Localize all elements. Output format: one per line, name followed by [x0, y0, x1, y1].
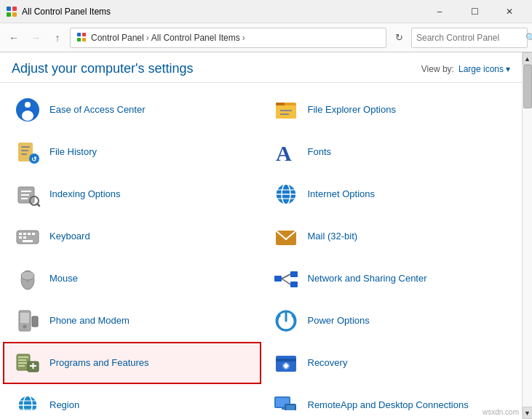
svg-text:↺: ↺	[31, 156, 37, 163]
mail-label: Mail (32-bit)	[308, 231, 358, 243]
cp-item-mouse[interactable]: Mouse	[3, 258, 261, 300]
scroll-down-button[interactable]: ▼	[523, 407, 533, 419]
svg-rect-19	[21, 153, 27, 155]
svg-rect-7	[82, 38, 86, 41]
power-options-icon	[271, 306, 301, 335]
maximize-button[interactable]: ☐	[458, 1, 491, 23]
internet-options-label: Internet Options	[308, 188, 376, 201]
svg-rect-62	[18, 365, 25, 367]
view-by-label: View by:	[421, 64, 454, 74]
svg-rect-42	[23, 240, 33, 242]
forward-button[interactable]: →	[26, 28, 45, 47]
svg-rect-77	[282, 407, 285, 410]
ease-of-access-label: Ease of Access Center	[49, 104, 146, 116]
svg-rect-13	[276, 103, 285, 105]
scrollbar-thumb[interactable]	[523, 65, 532, 108]
cp-item-file-explorer-options[interactable]: File Explorer Options	[261, 89, 520, 131]
svg-rect-41	[23, 236, 26, 239]
svg-rect-67	[276, 359, 296, 362]
cp-item-mail[interactable]: Mail (32-bit)	[261, 215, 520, 258]
cp-item-ease-of-access[interactable]: Ease of Access Center	[3, 89, 261, 131]
view-by-dropdown[interactable]: Large icons ▾	[458, 64, 510, 74]
path-all-items: All Control Panel Items	[151, 33, 240, 43]
region-icon	[13, 391, 42, 410]
file-history-icon: ↺	[13, 137, 42, 167]
scroll-up-button[interactable]: ▲	[523, 52, 533, 65]
panel-header: Adjust your computer's settings View by:…	[0, 52, 522, 83]
internet-options-icon	[271, 180, 301, 209]
search-input[interactable]	[416, 33, 525, 43]
cp-item-internet-options[interactable]: Internet Options	[261, 173, 520, 215]
back-button[interactable]: ←	[4, 28, 23, 47]
indexing-options-label: Indexing Options	[49, 188, 121, 201]
cp-item-remoteapp[interactable]: RemoteApp and Desktop Connections	[261, 384, 520, 410]
cp-item-file-history[interactable]: ↺ File History	[3, 131, 261, 173]
phone-modem-label: Phone and Modem	[49, 315, 130, 327]
cp-item-phone-modem[interactable]: Phone and Modem	[3, 300, 261, 342]
items-grid: Ease of Access Center File Explorer Opti…	[3, 89, 519, 410]
cp-item-power-options[interactable]: Power Options	[261, 300, 520, 342]
watermark: wsxdn.com	[483, 408, 519, 416]
svg-rect-1	[12, 7, 17, 11]
svg-rect-48	[290, 271, 298, 277]
svg-rect-47	[274, 276, 282, 282]
svg-rect-59	[18, 356, 28, 358]
search-box[interactable]: 🔍	[411, 28, 528, 48]
svg-rect-79	[286, 405, 295, 410]
mouse-label: Mouse	[49, 273, 78, 285]
svg-rect-4	[77, 33, 81, 36]
scrollbar[interactable]: ▲ ▼	[522, 52, 532, 419]
address-path[interactable]: Control Panel › All Control Panel Items …	[70, 28, 386, 48]
mouse-icon	[13, 264, 42, 293]
svg-rect-55	[32, 316, 38, 327]
svg-rect-61	[18, 362, 27, 364]
svg-rect-37	[23, 233, 26, 235]
content-area: Adjust your computer's settings View by:…	[0, 52, 532, 419]
search-icon: 🔍	[525, 33, 532, 43]
network-sharing-icon	[271, 264, 301, 293]
cp-item-programs-features[interactable]: Programs and Features	[3, 342, 261, 384]
svg-rect-49	[290, 282, 298, 287]
svg-rect-12	[276, 105, 296, 119]
svg-point-9	[25, 102, 31, 108]
svg-rect-6	[77, 38, 81, 41]
phone-modem-icon	[13, 306, 42, 335]
svg-rect-53	[20, 313, 29, 323]
items-container[interactable]: Ease of Access Center File Explorer Opti…	[0, 83, 522, 410]
svg-rect-2	[7, 12, 11, 17]
refresh-button[interactable]: ↻	[389, 28, 408, 47]
cp-item-network-sharing[interactable]: Network and Sharing Center	[261, 258, 520, 300]
up-button[interactable]: ↑	[48, 28, 67, 47]
fonts-icon: A	[271, 137, 301, 167]
cp-item-indexing-options[interactable]: Indexing Options	[3, 173, 261, 215]
keyboard-label: Keyboard	[49, 231, 90, 243]
recovery-icon	[271, 348, 301, 378]
scrollbar-track[interactable]	[523, 65, 532, 407]
remoteapp-icon	[271, 391, 301, 410]
svg-point-10	[22, 111, 33, 121]
close-button[interactable]: ✕	[493, 1, 526, 23]
cp-item-fonts[interactable]: A Fonts	[261, 131, 520, 173]
svg-rect-36	[19, 233, 22, 235]
keyboard-icon	[13, 222, 42, 251]
recovery-label: Recovery	[308, 357, 348, 370]
address-bar: ← → ↑ Control Panel › All Control Panel …	[0, 23, 532, 52]
fonts-label: Fonts	[308, 146, 332, 159]
remoteapp-label: RemoteApp and Desktop Connections	[308, 399, 469, 410]
file-history-label: File History	[49, 146, 97, 159]
file-explorer-options-label: File Explorer Options	[308, 104, 396, 116]
svg-line-51	[282, 279, 290, 284]
svg-rect-5	[82, 33, 86, 36]
cp-item-recovery[interactable]: Recovery	[261, 342, 520, 384]
network-sharing-label: Network and Sharing Center	[308, 273, 427, 285]
cp-item-keyboard[interactable]: Keyboard	[3, 215, 261, 258]
programs-features-label: Programs and Features	[49, 357, 149, 370]
svg-rect-3	[12, 12, 17, 17]
programs-features-icon	[13, 348, 42, 378]
window-controls: – ☐ ✕	[423, 1, 526, 23]
minimize-button[interactable]: –	[423, 1, 456, 23]
power-options-label: Power Options	[308, 315, 370, 327]
svg-rect-38	[28, 233, 31, 235]
cp-item-region[interactable]: Region	[3, 384, 261, 410]
svg-text:A: A	[276, 141, 292, 165]
